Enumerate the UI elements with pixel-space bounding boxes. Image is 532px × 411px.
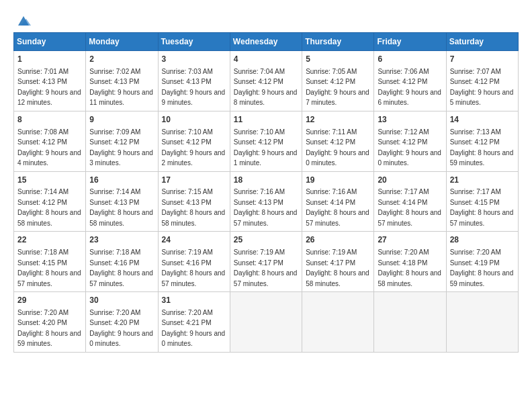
cell-info: Sunrise: 7:14 AMSunset: 4:12 PMDaylight:… <box>17 188 81 227</box>
day-number: 29 <box>17 295 82 306</box>
calendar-cell: 2 Sunrise: 7:02 AMSunset: 4:13 PMDayligh… <box>86 51 158 111</box>
day-number: 11 <box>234 114 298 126</box>
cell-info: Sunrise: 7:10 AMSunset: 4:12 PMDaylight:… <box>234 128 298 167</box>
day-number: 1 <box>17 54 82 65</box>
day-number: 23 <box>89 234 154 246</box>
cell-info: Sunrise: 7:20 AMSunset: 4:20 PMDaylight:… <box>89 309 153 348</box>
day-number: 21 <box>450 175 515 186</box>
calendar-week-3: 15 Sunrise: 7:14 AMSunset: 4:12 PMDaylig… <box>14 171 519 232</box>
cell-info: Sunrise: 7:15 AMSunset: 4:13 PMDaylight:… <box>162 188 226 227</box>
day-number: 9 <box>89 114 154 126</box>
calendar-cell: 28 Sunrise: 7:20 AMSunset: 4:19 PMDaylig… <box>446 232 518 292</box>
calendar-week-1: 1 Sunrise: 7:01 AMSunset: 4:13 PMDayligh… <box>14 51 519 111</box>
calendar-cell: 25 Sunrise: 7:19 AMSunset: 4:17 PMDaylig… <box>230 232 302 292</box>
day-number: 31 <box>162 295 226 306</box>
cell-info: Sunrise: 7:04 AMSunset: 4:12 PMDaylight:… <box>234 68 298 107</box>
cell-info: Sunrise: 7:02 AMSunset: 4:13 PMDaylight:… <box>89 68 153 107</box>
day-number: 27 <box>378 234 442 246</box>
calendar-cell: 22 Sunrise: 7:18 AMSunset: 4:15 PMDaylig… <box>14 232 86 292</box>
calendar-cell: 16 Sunrise: 7:14 AMSunset: 4:13 PMDaylig… <box>86 171 158 232</box>
day-number: 5 <box>306 54 370 65</box>
calendar-cell: 1 Sunrise: 7:01 AMSunset: 4:13 PMDayligh… <box>14 51 86 111</box>
cell-info: Sunrise: 7:07 AMSunset: 4:12 PMDaylight:… <box>450 68 514 107</box>
calendar-cell: 3 Sunrise: 7:03 AMSunset: 4:13 PMDayligh… <box>158 51 230 111</box>
day-number: 12 <box>306 114 370 126</box>
cell-info: Sunrise: 7:16 AMSunset: 4:13 PMDaylight:… <box>234 188 298 227</box>
calendar-cell: 4 Sunrise: 7:04 AMSunset: 4:12 PMDayligh… <box>230 51 302 111</box>
cell-info: Sunrise: 7:20 AMSunset: 4:19 PMDaylight:… <box>450 248 514 287</box>
calendar-cell: 21 Sunrise: 7:17 AMSunset: 4:15 PMDaylig… <box>446 171 518 232</box>
cell-info: Sunrise: 7:01 AMSunset: 4:13 PMDaylight:… <box>17 68 81 107</box>
calendar-cell: 14 Sunrise: 7:13 AMSunset: 4:12 PMDaylig… <box>446 111 518 171</box>
cell-info: Sunrise: 7:18 AMSunset: 4:16 PMDaylight:… <box>89 248 153 287</box>
calendar-cell: 29 Sunrise: 7:20 AMSunset: 4:20 PMDaylig… <box>14 292 86 353</box>
day-number: 6 <box>378 54 442 65</box>
day-number: 26 <box>306 234 370 246</box>
cell-info: Sunrise: 7:19 AMSunset: 4:17 PMDaylight:… <box>306 248 369 287</box>
cell-info: Sunrise: 7:19 AMSunset: 4:16 PMDaylight:… <box>162 248 226 287</box>
day-number: 24 <box>162 234 226 246</box>
logo-icon <box>16 13 31 28</box>
day-number: 19 <box>306 175 370 186</box>
calendar-cell: 7 Sunrise: 7:07 AMSunset: 4:12 PMDayligh… <box>446 51 518 111</box>
page-container: SundayMondayTuesdayWednesdayThursdayFrid… <box>0 0 532 359</box>
calendar-cell: 6 Sunrise: 7:06 AMSunset: 4:12 PMDayligh… <box>374 51 446 111</box>
calendar-cell: 12 Sunrise: 7:11 AMSunset: 4:12 PMDaylig… <box>302 111 374 171</box>
cell-info: Sunrise: 7:16 AMSunset: 4:14 PMDaylight:… <box>306 188 369 227</box>
calendar-cell: 20 Sunrise: 7:17 AMSunset: 4:14 PMDaylig… <box>374 171 446 232</box>
calendar-cell <box>230 292 302 353</box>
day-header-wednesday: Wednesday <box>230 33 302 51</box>
day-number: 16 <box>89 175 154 186</box>
cell-info: Sunrise: 7:14 AMSunset: 4:13 PMDaylight:… <box>89 188 153 227</box>
cell-info: Sunrise: 7:08 AMSunset: 4:12 PMDaylight:… <box>17 128 81 167</box>
day-number: 18 <box>234 175 298 186</box>
calendar-cell: 24 Sunrise: 7:19 AMSunset: 4:16 PMDaylig… <box>158 232 230 292</box>
day-number: 25 <box>234 234 298 246</box>
day-header-tuesday: Tuesday <box>158 33 230 51</box>
calendar-cell <box>302 292 374 353</box>
calendar-cell <box>446 292 518 353</box>
calendar-cell: 13 Sunrise: 7:12 AMSunset: 4:12 PMDaylig… <box>374 111 446 171</box>
calendar-cell: 27 Sunrise: 7:20 AMSunset: 4:18 PMDaylig… <box>374 232 446 292</box>
day-header-saturday: Saturday <box>446 33 518 51</box>
calendar-cell: 11 Sunrise: 7:10 AMSunset: 4:12 PMDaylig… <box>230 111 302 171</box>
header-row <box>13 11 519 28</box>
cell-info: Sunrise: 7:20 AMSunset: 4:20 PMDaylight:… <box>17 309 81 348</box>
day-number: 30 <box>89 295 154 306</box>
day-header-monday: Monday <box>86 33 158 51</box>
cell-info: Sunrise: 7:18 AMSunset: 4:15 PMDaylight:… <box>17 248 81 287</box>
cell-info: Sunrise: 7:05 AMSunset: 4:12 PMDaylight:… <box>306 68 369 107</box>
day-number: 7 <box>450 54 515 65</box>
day-number: 28 <box>450 234 515 246</box>
cell-info: Sunrise: 7:09 AMSunset: 4:12 PMDaylight:… <box>89 128 153 167</box>
calendar-cell: 10 Sunrise: 7:10 AMSunset: 4:12 PMDaylig… <box>158 111 230 171</box>
cell-info: Sunrise: 7:11 AMSunset: 4:12 PMDaylight:… <box>306 128 369 167</box>
calendar-cell: 19 Sunrise: 7:16 AMSunset: 4:14 PMDaylig… <box>302 171 374 232</box>
day-header-thursday: Thursday <box>302 33 374 51</box>
calendar-cell: 8 Sunrise: 7:08 AMSunset: 4:12 PMDayligh… <box>14 111 86 171</box>
cell-info: Sunrise: 7:19 AMSunset: 4:17 PMDaylight:… <box>234 248 298 287</box>
day-number: 2 <box>89 54 154 65</box>
day-number: 14 <box>450 114 515 126</box>
cell-info: Sunrise: 7:12 AMSunset: 4:12 PMDaylight:… <box>378 128 441 167</box>
day-number: 22 <box>17 234 82 246</box>
logo <box>13 13 31 28</box>
cell-info: Sunrise: 7:17 AMSunset: 4:14 PMDaylight:… <box>378 188 441 227</box>
calendar-cell: 17 Sunrise: 7:15 AMSunset: 4:13 PMDaylig… <box>158 171 230 232</box>
calendar-table: SundayMondayTuesdayWednesdayThursdayFrid… <box>13 32 519 353</box>
calendar-cell: 30 Sunrise: 7:20 AMSunset: 4:20 PMDaylig… <box>86 292 158 353</box>
calendar-week-2: 8 Sunrise: 7:08 AMSunset: 4:12 PMDayligh… <box>14 111 519 171</box>
cell-info: Sunrise: 7:06 AMSunset: 4:12 PMDaylight:… <box>378 68 441 107</box>
day-number: 15 <box>17 175 82 186</box>
calendar-cell: 5 Sunrise: 7:05 AMSunset: 4:12 PMDayligh… <box>302 51 374 111</box>
calendar-cell: 15 Sunrise: 7:14 AMSunset: 4:12 PMDaylig… <box>14 171 86 232</box>
header-row-days: SundayMondayTuesdayWednesdayThursdayFrid… <box>14 33 519 51</box>
calendar-cell: 26 Sunrise: 7:19 AMSunset: 4:17 PMDaylig… <box>302 232 374 292</box>
day-header-friday: Friday <box>374 33 446 51</box>
cell-info: Sunrise: 7:13 AMSunset: 4:12 PMDaylight:… <box>450 128 514 167</box>
calendar-week-4: 22 Sunrise: 7:18 AMSunset: 4:15 PMDaylig… <box>14 232 519 292</box>
calendar-cell: 23 Sunrise: 7:18 AMSunset: 4:16 PMDaylig… <box>86 232 158 292</box>
day-number: 8 <box>17 114 82 126</box>
calendar-cell: 31 Sunrise: 7:20 AMSunset: 4:21 PMDaylig… <box>158 292 230 353</box>
calendar-week-5: 29 Sunrise: 7:20 AMSunset: 4:20 PMDaylig… <box>14 292 519 353</box>
